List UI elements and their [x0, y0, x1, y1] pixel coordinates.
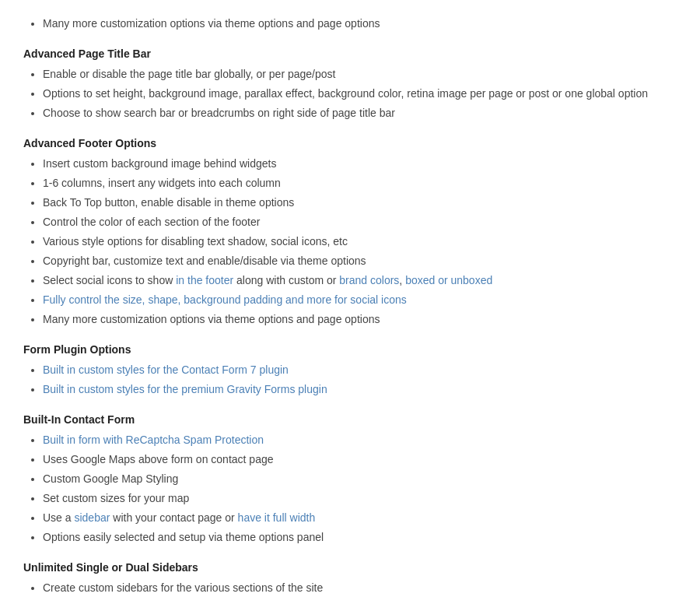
list-item: Built in custom styles for the Contact F…: [43, 362, 677, 378]
list-item: Insert custom background image behind wi…: [43, 156, 677, 172]
recaptcha-link[interactable]: Built in form with ReCaptcha Spam Protec…: [43, 434, 264, 446]
list-item: Custom Google Map Styling: [43, 471, 677, 487]
footer-link-2[interactable]: brand colors: [339, 274, 399, 286]
footer-link-1[interactable]: in the footer: [176, 274, 233, 286]
cf7-link[interactable]: Built in custom styles for the Contact F…: [43, 363, 289, 376]
section-advanced-page-title-bar: Advanced Page Title BarEnable or disable…: [23, 47, 677, 121]
section-list-built-in-contact-form: Built in form with ReCaptcha Spam Protec…: [39, 432, 677, 546]
list-item: Choose to show search bar or breadcrumbs…: [43, 105, 677, 121]
list-item: Various style options for disabling text…: [43, 234, 677, 250]
section-built-in-contact-form: Built-In Contact FormBuilt in form with …: [23, 413, 677, 546]
list-item: Built in custom styles for the premium G…: [43, 381, 677, 398]
list-item: Uses Google Maps above form on contact p…: [43, 451, 677, 468]
content-container: Advanced Page Title BarEnable or disable…: [23, 47, 677, 596]
section-title-built-in-contact-form: Built-In Contact Form: [23, 413, 677, 426]
section-list-form-plugin-options: Built in custom styles for the Contact F…: [39, 362, 677, 398]
gravity-link[interactable]: Built in custom styles for the premium G…: [43, 383, 327, 395]
intro-section: Many more customization options via them…: [23, 16, 677, 32]
section-form-plugin-options: Form Plugin OptionsBuilt in custom style…: [23, 343, 677, 398]
section-list-advanced-page-title-bar: Enable or disable the page title bar glo…: [39, 66, 677, 121]
section-title-unlimited-sidebars: Unlimited Single or Dual Sidebars: [23, 561, 677, 574]
section-title-advanced-page-title-bar: Advanced Page Title Bar: [23, 47, 677, 60]
list-item: Set custom sizes for your map: [43, 490, 677, 507]
footer-social-link[interactable]: Fully control the size, shape, backgroun…: [43, 293, 407, 306]
section-title-advanced-footer-options: Advanced Footer Options: [23, 137, 677, 149]
list-item: 1-6 columns, insert any widgets into eac…: [43, 175, 677, 191]
list-item: Many more customization options via them…: [43, 311, 677, 328]
fullwidth-link[interactable]: have it full width: [238, 511, 316, 524]
section-unlimited-sidebars: Unlimited Single or Dual SidebarsCreate …: [23, 561, 677, 596]
list-item: Use a sidebar with your contact page or …: [43, 510, 677, 526]
list-item: Options to set height, background image,…: [43, 86, 677, 102]
list-item: Options easily selected and setup via th…: [43, 529, 677, 546]
list-item: Back To Top button, enable disable in th…: [43, 195, 677, 211]
section-list-unlimited-sidebars: Create custom sidebars for the various s…: [39, 580, 677, 596]
list-item: Copyright bar, customize text and enable…: [43, 253, 677, 269]
list-item: Fully control the size, shape, backgroun…: [43, 292, 677, 308]
list-item: Select social icons to show in the foote…: [43, 272, 677, 289]
section-list-advanced-footer-options: Insert custom background image behind wi…: [39, 156, 677, 328]
list-item: Built in form with ReCaptcha Spam Protec…: [43, 432, 677, 448]
footer-link-3[interactable]: boxed or unboxed: [405, 274, 492, 286]
sidebar-link[interactable]: sidebar: [74, 511, 110, 524]
section-title-form-plugin-options: Form Plugin Options: [23, 343, 677, 356]
intro-item: Many more customization options via them…: [43, 16, 677, 32]
list-item: Create custom sidebars for the various s…: [43, 580, 677, 596]
list-item: Enable or disable the page title bar glo…: [43, 66, 677, 83]
section-advanced-footer-options: Advanced Footer OptionsInsert custom bac…: [23, 137, 677, 328]
list-item: Control the color of each section of the…: [43, 214, 677, 230]
